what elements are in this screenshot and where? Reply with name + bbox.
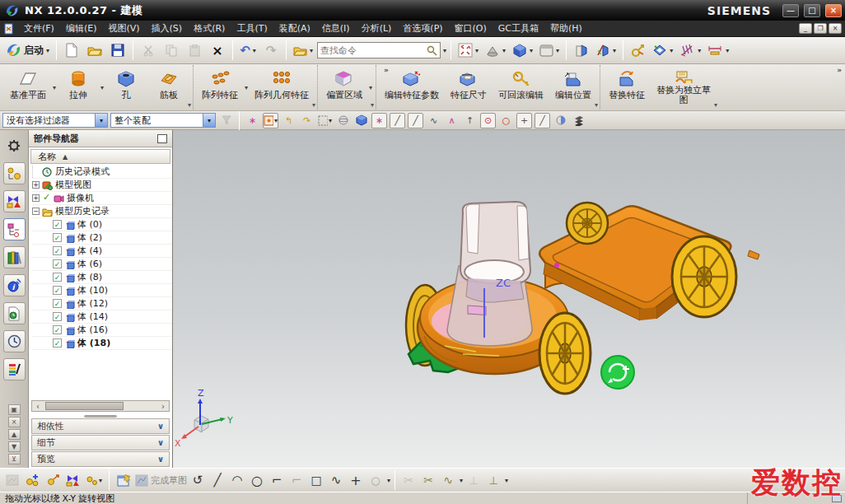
window-dropdown-arrow[interactable]: ▾ xyxy=(556,47,559,54)
hd3d-tools-tab[interactable]: i xyxy=(3,274,26,296)
collapse-icon[interactable]: − xyxy=(32,208,40,215)
graphics-viewport[interactable]: ZC xyxy=(173,130,845,468)
scope-combo-arrow[interactable]: ▾ xyxy=(203,114,215,127)
expand-icon[interactable]: + xyxy=(32,194,40,202)
hole-button[interactable]: 孔 xyxy=(105,67,147,108)
assembly-navigator-tab[interactable] xyxy=(3,162,26,184)
mdi-close-button[interactable]: × xyxy=(829,23,842,34)
group1-more[interactable]: ▾ xyxy=(188,101,191,109)
tree-column-header[interactable]: 名称 ▲ xyxy=(30,149,170,164)
marquee-select-button[interactable]: ▾ xyxy=(317,113,333,128)
rectangle-tool-button[interactable]: □ xyxy=(307,471,325,489)
datum-plane-button[interactable]: 基准平面 xyxy=(4,67,52,108)
point-tool-button[interactable]: + xyxy=(347,471,365,489)
tree-row-history-mode[interactable]: 历史记录模式 xyxy=(32,166,172,179)
scroll-right-icon[interactable]: › xyxy=(157,402,169,411)
tree-row-body-18[interactable]: ✓ 体 (18) xyxy=(32,337,172,350)
replace-feature-button[interactable]: 替换特征 xyxy=(603,67,651,108)
tree-horizontal-scrollbar[interactable]: ‹ › xyxy=(31,400,170,412)
reuse-library-tab[interactable] xyxy=(3,246,26,268)
arc-tool-button[interactable]: ◠ xyxy=(228,471,246,489)
create-sketch-button[interactable] xyxy=(23,471,42,489)
resource-settings-button[interactable] xyxy=(3,134,26,156)
fit-dropdown-arrow[interactable]: ▾ xyxy=(475,47,479,54)
tree-row-body-4[interactable]: ✓ 体 (4) xyxy=(32,245,172,258)
section-view-button[interactable] xyxy=(571,40,592,61)
selection-filter-combo[interactable]: 没有选择过滤器 ▾ xyxy=(2,113,108,128)
studio-spline-button[interactable]: ∿ xyxy=(327,471,345,489)
replace-independent-sketch-button[interactable]: 替换为独立草 图 xyxy=(651,67,717,108)
offset-region-button[interactable]: 偏置区域 xyxy=(320,67,368,108)
edit-position-button[interactable]: 编辑位置 xyxy=(549,67,597,108)
chevron-down-icon[interactable]: ∨ xyxy=(157,455,164,464)
select-point-button[interactable]: ∗ xyxy=(245,113,260,128)
extrude-button[interactable]: 拉伸 xyxy=(57,67,100,108)
wheel-rear-right[interactable] xyxy=(567,203,608,244)
menu-gc-toolbox[interactable]: GC工具箱 xyxy=(493,21,544,36)
undo-button[interactable]: ↶ ▾ xyxy=(237,40,259,61)
auto-constrain-button[interactable]: ⊥ xyxy=(484,471,502,489)
menu-preferences[interactable]: 首选项(P) xyxy=(397,21,448,36)
ribbon-overflow2-icon[interactable]: » xyxy=(837,66,842,74)
filter-combo-arrow[interactable]: ▾ xyxy=(95,114,107,127)
sort-ascending-icon[interactable]: ▲ xyxy=(63,153,68,161)
web-browser-tab[interactable] xyxy=(3,302,26,324)
menu-window[interactable]: 窗口(O) xyxy=(449,21,493,36)
group5-more[interactable]: ▾ xyxy=(714,101,717,109)
checkbox-checked-icon[interactable]: ✓ xyxy=(53,286,62,295)
group4-more[interactable]: ▾ xyxy=(595,101,598,109)
undock-panel-button[interactable] xyxy=(157,134,167,143)
sphere-select-button[interactable] xyxy=(335,113,351,128)
recent-files-button[interactable]: ▾ xyxy=(291,40,315,61)
scroll-down-button[interactable]: ▼ xyxy=(8,441,21,452)
pattern-geometry-button[interactable]: 阵列几何特征 xyxy=(249,67,315,108)
snap-intersection-button[interactable]: ↑ xyxy=(462,113,478,128)
snap-point-line-button[interactable]: ╱ xyxy=(535,113,550,128)
shaded-dropdown-arrow[interactable]: ▾ xyxy=(530,47,533,54)
measure-button[interactable]: ▾ xyxy=(677,40,703,61)
group3-more[interactable]: ▾ xyxy=(371,101,374,109)
details-section[interactable]: 细节 ∨ xyxy=(31,435,170,450)
wheel-front-center[interactable] xyxy=(539,313,591,394)
history-palette-tab[interactable] xyxy=(3,330,26,352)
close-button[interactable]: × xyxy=(825,4,842,17)
checkbox-checked-icon[interactable]: ✓ xyxy=(53,246,62,255)
menu-tools[interactable]: 工具(T) xyxy=(231,21,273,36)
prev-selection-button[interactable]: ↰ xyxy=(281,113,296,128)
tree-row-body-8[interactable]: ✓ 体 (8) xyxy=(32,271,172,284)
rib-button[interactable]: 筋板 xyxy=(147,67,190,108)
circle-tool-button[interactable]: ○ xyxy=(248,471,266,489)
dimension-button[interactable]: ▾ xyxy=(705,40,731,61)
sketch-task-button[interactable] xyxy=(114,471,133,489)
rotate-view-icon[interactable] xyxy=(601,356,634,389)
snap-curve-button[interactable]: ∿ xyxy=(426,113,441,128)
tree-row-body-16[interactable]: ✓ 体 (16) xyxy=(32,324,172,337)
constraints-button[interactable] xyxy=(63,471,82,489)
part-navigator-tab[interactable] xyxy=(3,218,26,240)
snap-face-button[interactable] xyxy=(553,113,568,128)
profile-tool-button[interactable]: ↺ xyxy=(189,471,207,489)
feature-dimension-button[interactable]: 特征尺寸 xyxy=(445,67,493,108)
snap-endpoint-button[interactable]: ╱ xyxy=(390,113,405,128)
scrollbar-thumb[interactable] xyxy=(45,402,124,410)
chevron-down-icon[interactable]: ∨ xyxy=(157,422,164,431)
chevron-down-icon[interactable]: ∨ xyxy=(157,438,164,447)
tree-row-body-12[interactable]: ✓ 体 (12) xyxy=(32,297,172,310)
menu-edit[interactable]: 编辑(E) xyxy=(60,21,103,36)
tree-row-body-10[interactable]: ✓ 体 (10) xyxy=(32,284,172,297)
render-dropdown-arrow[interactable]: ▾ xyxy=(502,47,506,54)
snap-center-button[interactable]: ⊙ xyxy=(480,113,496,128)
search-dropdown-arrow[interactable]: ▾ xyxy=(443,47,446,54)
move-object-button[interactable] xyxy=(628,40,649,61)
dimension-dropdown-arrow[interactable]: ▾ xyxy=(726,47,729,54)
menu-analysis[interactable]: 分析(L) xyxy=(356,21,398,36)
stack-button[interactable] xyxy=(571,113,586,128)
selection-scope-combo[interactable]: 整个装配 ▾ xyxy=(110,113,216,128)
menu-information[interactable]: 信息(I) xyxy=(316,21,356,36)
search-icon[interactable] xyxy=(427,45,437,56)
menu-insert[interactable]: 插入(S) xyxy=(146,21,189,36)
snap-multi-button[interactable]: ∗ xyxy=(371,113,387,128)
line-tool-button[interactable]: ╱ xyxy=(208,471,226,489)
save-button[interactable] xyxy=(107,40,128,61)
measure-dropdown-arrow[interactable]: ▾ xyxy=(698,47,701,54)
